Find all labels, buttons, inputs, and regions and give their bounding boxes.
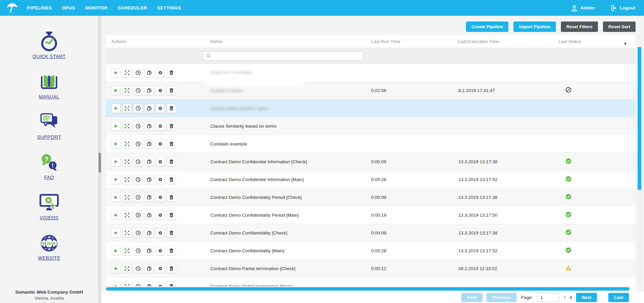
schedule-action-button[interactable] [134,211,143,220]
copy-action-button[interactable] [145,264,154,273]
sidebar-scrollbar[interactable] [98,16,101,303]
delete-action-button[interactable] [167,193,176,202]
copy-action-button[interactable] [145,282,154,287]
delete-action-button[interactable] [167,282,176,287]
delete-action-button[interactable] [167,175,176,184]
settings-action-button[interactable] [156,139,165,148]
reset-sort-button[interactable]: Reset Sort [603,21,636,32]
settings-action-button[interactable] [156,193,165,202]
copy-action-button[interactable] [145,68,154,77]
debug-action-button[interactable] [122,228,132,237]
settings-action-button[interactable] [156,282,165,287]
nav-item-dpus[interactable]: DPUS [62,5,75,10]
sidebar-item-quick-start[interactable]: QUICK START [0,31,98,59]
schedule-action-button[interactable] [134,264,143,273]
settings-action-button[interactable] [156,122,165,131]
horizontal-scrollbar[interactable] [106,287,635,291]
settings-action-button[interactable] [156,157,165,166]
delete-action-button[interactable] [167,211,176,220]
schedule-action-button[interactable] [134,193,143,202]
settings-action-button[interactable] [156,175,165,184]
horizontal-scrollbar-thumb[interactable] [106,287,630,291]
run-action-button[interactable] [111,157,120,166]
settings-action-button[interactable] [156,68,165,77]
run-action-button[interactable] [111,228,120,237]
schedule-action-button[interactable] [134,68,143,77]
run-action-button[interactable] [111,264,120,273]
debug-action-button[interactable] [122,157,132,166]
copy-action-button[interactable] [145,139,154,148]
column-header-last-run-time[interactable]: Last Run Time [371,39,458,44]
sidebar-scrollbar-thumb[interactable] [99,153,101,172]
debug-action-button[interactable] [122,139,132,148]
delete-action-button[interactable] [167,228,176,237]
schedule-action-button[interactable] [134,246,143,255]
schedule-action-button[interactable] [134,282,143,287]
nav-item-scheduler[interactable]: SCHEDULER [118,5,147,10]
run-action-button[interactable] [111,246,120,255]
sidebar-item-label[interactable]: MANUAL [39,94,59,99]
brand-logo-icon[interactable] [6,2,18,14]
debug-action-button[interactable] [122,175,132,184]
copy-action-button[interactable] [145,228,154,237]
run-action-button[interactable] [111,211,120,220]
schedule-action-button[interactable] [134,139,143,148]
schedule-action-button[interactable] [134,228,143,237]
name-filter-input[interactable] [203,51,363,60]
next-page-button[interactable]: Next [576,293,597,302]
column-header-actions[interactable]: Actions [111,39,210,44]
settings-action-button[interactable] [156,211,165,220]
sidebar-item-label[interactable]: FAQ [44,175,54,180]
run-action-button[interactable] [111,68,120,77]
run-action-button[interactable] [111,122,120,131]
run-action-button[interactable] [111,139,120,148]
copy-action-button[interactable] [145,211,154,220]
delete-action-button[interactable] [167,86,176,95]
user-menu[interactable]: Admin [571,4,595,12]
last-page-button[interactable]: Last [608,293,629,302]
delete-action-button[interactable] [167,157,176,166]
delete-action-button[interactable] [167,264,176,273]
schedule-action-button[interactable] [134,175,143,184]
logout-button[interactable]: Logout [610,4,635,12]
run-action-button[interactable] [111,86,120,95]
column-header-last-execution-time[interactable]: Last Execution Time [458,39,559,44]
settings-action-button[interactable] [156,86,165,95]
debug-action-button[interactable] [122,193,132,202]
copy-action-button[interactable] [145,86,154,95]
sidebar-item-website[interactable]: wwwWEBSITE [0,232,98,261]
settings-action-button[interactable] [156,264,165,273]
sidebar-item-manual[interactable]: MANUAL [0,71,98,100]
copy-action-button[interactable] [145,175,154,184]
debug-action-button[interactable] [122,246,132,255]
copy-action-button[interactable] [145,122,154,131]
debug-action-button[interactable] [122,122,132,131]
create-pipeline-button[interactable]: Create Pipeline [466,21,508,32]
support-email-link[interactable]: support@poolparty.biz [0,301,98,303]
first-page-button[interactable]: First [461,293,482,302]
copy-action-button[interactable] [145,104,154,113]
vertical-scrollbar-thumb[interactable] [638,47,641,190]
settings-action-button[interactable] [156,228,165,237]
run-action-button[interactable] [111,104,120,113]
debug-action-button[interactable] [122,264,132,273]
previous-page-button[interactable]: Previous [487,293,516,302]
sidebar-item-label[interactable]: QUICK START [33,54,66,59]
import-pipeline-button[interactable]: Import Pipeline [513,21,556,32]
sidebar-item-label[interactable]: VIDEOS [40,215,59,220]
schedule-action-button[interactable] [134,122,143,131]
page-number-input[interactable] [537,293,559,302]
vertical-scrollbar[interactable] [638,35,641,286]
delete-action-button[interactable] [167,104,176,113]
sidebar-item-faq[interactable]: ?!FAQ [0,152,98,180]
debug-action-button[interactable] [122,282,132,287]
debug-action-button[interactable] [122,86,132,95]
nav-item-settings[interactable]: SETTINGS [157,5,181,10]
delete-action-button[interactable] [167,139,176,148]
sidebar-item-label[interactable]: WEBSITE [38,255,61,261]
schedule-action-button[interactable] [134,86,143,95]
run-action-button[interactable] [111,193,120,202]
column-header-name[interactable]: Name [210,39,371,44]
settings-action-button[interactable] [156,104,165,113]
run-action-button[interactable] [111,282,120,287]
